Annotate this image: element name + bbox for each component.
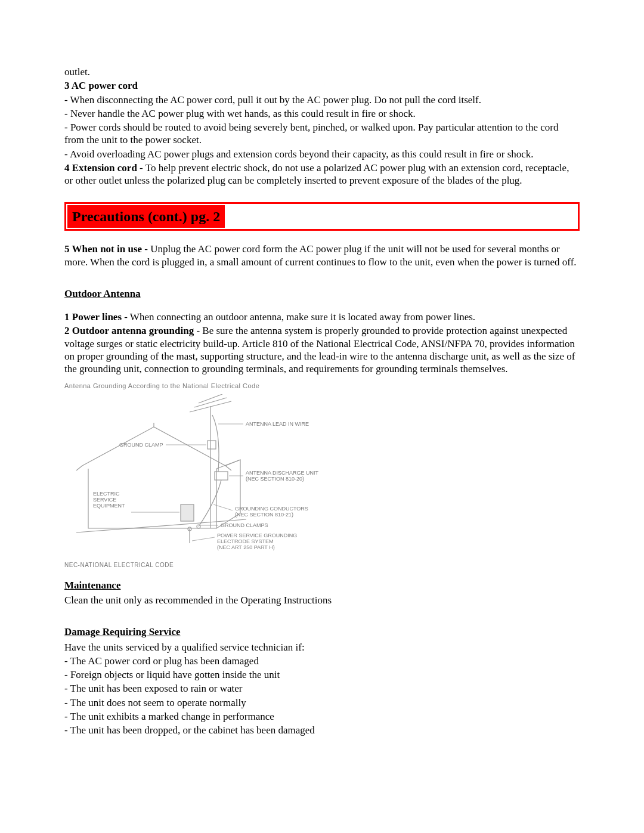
svg-line-4 — [199, 394, 222, 403]
maintenance-body: Clean the unit only as recommended in th… — [64, 594, 580, 606]
label-antenna-lead: ANTENNA LEAD IN WIRE — [246, 421, 309, 427]
outdoor-item-2: 2 Outdoor antenna grounding - Be sure th… — [64, 324, 580, 375]
ac-item: - Power cords should be routed to avoid … — [64, 121, 580, 147]
label-electric-2: SERVICE — [93, 497, 116, 503]
label-power-2: ELECTRODE SYSTEM — [217, 538, 274, 544]
damage-item: - The AC power cord or plug has been dam… — [64, 655, 580, 667]
damage-item: - The unit has been dropped, or the cabi… — [64, 724, 580, 736]
antenna-grounding-diagram: Antenna Grounding According to the Natio… — [64, 382, 374, 569]
label-conductors: GROUNDING CONDUCTORS — [235, 506, 308, 512]
heading-extension-cord: 4 Extension cord - To help prevent elect… — [64, 162, 580, 187]
heading-outdoor-antenna: Outdoor Antenna — [64, 287, 580, 300]
svg-rect-5 — [208, 441, 216, 449]
ac-item: - Never handle the AC power plug with we… — [64, 107, 580, 120]
label-power-3: (NEC ART 250 PART H) — [217, 544, 275, 550]
heading-ac-power-cord: 3 AC power cord — [64, 79, 580, 92]
damage-item: - The unit has been exposed to rain or w… — [64, 682, 580, 695]
item-when-not-in-use: 5 When not in use - Unplug the AC power … — [64, 243, 580, 268]
section-banner: Precautions (cont.) pg. 2 — [64, 202, 580, 231]
outdoor-item-1: 1 Power lines - When connecting an outdo… — [64, 311, 580, 323]
outdoor-item-2-lead: 2 Outdoor antenna grounding — [64, 325, 194, 336]
damage-intro: Have the units serviced by a qualified s… — [64, 641, 580, 654]
outdoor-item-1-lead: 1 Power lines — [64, 311, 122, 323]
label-electric-3: EQUIPMENT — [93, 503, 125, 509]
heading-extension-cord-body: - To help prevent electric shock, do not… — [64, 162, 569, 186]
item-when-not-in-use-lead: 5 When not in use — [64, 243, 142, 255]
label-conductors-sub: (NEC SECTION 810-21) — [235, 512, 293, 518]
damage-item: - The unit does not seem to operate norm… — [64, 696, 580, 709]
diagram-svg: ANTENNA LEAD IN WIRE GROUND CLAMP ANTENN… — [64, 394, 374, 555]
section-banner-title: Precautions (cont.) pg. 2 — [67, 205, 225, 228]
outdoor-item-1-body: - When connecting an outdoor antenna, ma… — [122, 311, 475, 323]
ac-item: - Avoid overloading AC power plugs and e… — [64, 148, 580, 160]
ac-item: - When disconnecting the AC power cord, … — [64, 94, 580, 106]
damage-item: - Foreign objects or liquid have gotten … — [64, 668, 580, 681]
label-ground-clamps-bottom: GROUND CLAMPS — [221, 522, 268, 528]
svg-rect-10 — [181, 504, 194, 521]
heading-damage-requiring-service: Damage Requiring Service — [64, 625, 580, 638]
label-power-1: POWER SERVICE GROUNDING — [217, 532, 297, 538]
prev-page-trail: outlet. — [64, 66, 580, 78]
diagram-title: Antenna Grounding According to the Natio… — [64, 382, 374, 391]
label-discharge: ANTENNA DISCHARGE UNIT — [246, 470, 319, 476]
heading-maintenance: Maintenance — [64, 579, 580, 592]
label-discharge-sub: (NEC SECTION 810-20) — [246, 476, 304, 482]
diagram-footer: NEC-NATIONAL ELECTRICAL CODE — [64, 562, 374, 569]
svg-line-17 — [192, 537, 215, 541]
damage-item: - The unit exhibits a marked change in p… — [64, 710, 580, 723]
label-ground-clamp: GROUND CLAMP — [119, 442, 163, 448]
heading-extension-cord-lead: 4 Extension cord — [64, 162, 137, 174]
label-electric-1: ELECTRIC — [93, 491, 120, 497]
